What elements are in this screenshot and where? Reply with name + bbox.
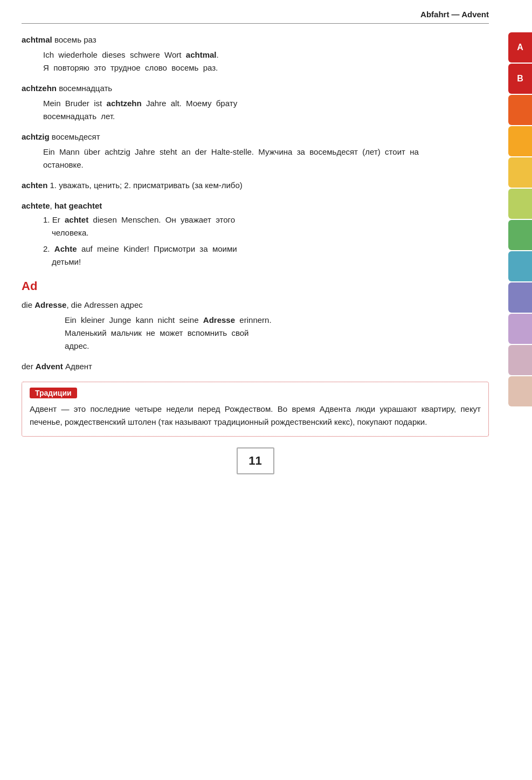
adresse-word: Adresse — [34, 299, 66, 312]
entry-advent: der Advent Адвент — [22, 360, 489, 373]
entry-achten: achten 1. уважать, ценить; 2. присматрив… — [22, 179, 489, 192]
achtete-example2: 2. Achte auf meine Kinder! Присмотри за … — [43, 243, 489, 268]
page-number: 11 — [237, 447, 274, 474]
achtzehn-example-ru: восемнадцать лет. — [43, 110, 489, 123]
traditions-label: Традиции — [30, 388, 77, 398]
adresse-row: die Adresse, die Adressen адрес — [22, 299, 489, 312]
ad-section-header: Ad — [22, 279, 489, 293]
achten-word: achten — [22, 179, 47, 192]
tab-strip: A B — [506, 0, 532, 780]
traditions-box: Традиции Адвент — это последние четыре н… — [22, 382, 489, 437]
page-header: Abfahrt — Advent — [22, 10, 489, 24]
achtet-bold: achtet — [65, 215, 88, 224]
achtmal-example-ru: Я повторяю это трудное слово восемь раз. — [43, 61, 489, 74]
main-content: Abfahrt — Advent achtmal восемь раз Ich … — [0, 0, 505, 491]
tab-h[interactable] — [508, 251, 532, 281]
achtzig-row: achtzig восемьдесят — [22, 130, 489, 143]
achtzig-example-de: Ein Mann über achtzig Jahre steht an der… — [43, 146, 489, 158]
achtmal-word: achtmal — [22, 33, 52, 46]
tab-d[interactable] — [508, 126, 532, 156]
entry-achtmal: achtmal восемь раз Ich wiederhole dieses… — [22, 33, 489, 74]
tab-a[interactable]: A — [508, 32, 532, 63]
advent-row: der Advent Адвент — [22, 360, 489, 373]
achtmal-example: Ich wiederhole dieses schwere Wort achtm… — [43, 49, 489, 74]
achtmal-row: achtmal восемь раз — [22, 33, 489, 46]
advent-word: Advent — [36, 360, 63, 373]
tab-b[interactable]: B — [508, 64, 532, 94]
achtzig-word: achtzig — [22, 130, 50, 143]
tab-g[interactable] — [508, 220, 532, 250]
achtete-word1: achtete — [22, 199, 50, 212]
achtmal-bold-inline: achtmal — [186, 50, 217, 59]
achtete-row: achtete, hat geachtet — [22, 199, 489, 212]
traditions-text: Адвент — это последние четыре недели пер… — [30, 403, 481, 429]
achtzehn-row: achtzehn восемнадцать — [22, 82, 489, 95]
achtzehn-example: Mein Bruder ist achtzehn Jahre alt. Моем… — [43, 97, 489, 123]
adresse-example: Ein kleiner Junge kann nicht seine Adres… — [65, 314, 489, 353]
achtzehn-example-de: Mein Bruder ist achtzehn Jahre alt. Моем… — [43, 97, 489, 110]
achtete-ex1-de: 1. Er achtet diesen Menschen. Он уважает… — [43, 213, 489, 226]
adresse-translation: адрес — [120, 299, 142, 312]
tab-j[interactable] — [508, 314, 532, 344]
tab-e[interactable] — [508, 157, 532, 188]
entry-adresse: die Adresse, die Adressen адрес Ein klei… — [22, 299, 489, 353]
tab-l[interactable] — [508, 376, 532, 406]
adresse-example-ru2: адрес. — [65, 340, 489, 353]
entry-achtete: achtete, hat geachtet 1. Er achtet diese… — [22, 199, 489, 268]
entry-achtzig: achtzig восемьдесят Ein Mann über achtzi… — [22, 130, 489, 171]
achtzig-example: Ein Mann über achtzig Jahre steht an der… — [43, 146, 489, 171]
achtete-ex1-ru: человека. — [52, 226, 489, 239]
adresse-article2: die — [71, 299, 84, 312]
achten-translation: 1. уважать, ценить; 2. присматривать (за… — [50, 179, 243, 192]
advent-translation: Адвент — [65, 360, 92, 373]
achtmal-translation: восемь раз — [54, 33, 96, 46]
adresse-article1: die — [22, 299, 34, 312]
achtete-ex2-de: 2. Achte auf meine Kinder! Присмотри за … — [43, 243, 489, 256]
tab-c[interactable] — [508, 95, 532, 125]
achte-bold: Achte — [54, 244, 77, 253]
achtzig-example-ru: остановке. — [43, 158, 489, 171]
page-container: A B Abfahrt — Advent achtmal восемь раз … — [0, 0, 532, 780]
achtete-ex2-ru: детьми! — [52, 256, 489, 268]
achtzig-translation: восемьдесят — [52, 130, 100, 143]
tab-i[interactable] — [508, 282, 532, 313]
adresse-example-de: Ein kleiner Junge kann nicht seine Adres… — [65, 314, 489, 327]
achtzehn-word: achtzehn — [22, 82, 57, 95]
achtete-word2: hat geachtet — [54, 199, 102, 212]
achtzehn-bold-inline: achtzehn — [107, 99, 142, 108]
tab-k[interactable] — [508, 345, 532, 375]
adresse-example-ru: Маленький мальчик не может вспомнить сво… — [65, 327, 489, 340]
adresse-plural: Adressen — [84, 299, 121, 312]
achtzehn-translation: восемнадцать — [59, 82, 112, 95]
adresse-bold-inline: Adresse — [203, 315, 235, 325]
achtete-example1: 1. Er achtet diesen Menschen. Он уважает… — [43, 213, 489, 239]
advent-article: der — [22, 360, 36, 373]
achten-row: achten 1. уважать, ценить; 2. присматрив… — [22, 179, 489, 192]
tab-f[interactable] — [508, 189, 532, 219]
header-title: Abfahrt — Advent — [420, 10, 489, 19]
entry-achtzehn: achtzehn восемнадцать Mein Bruder ist ac… — [22, 82, 489, 123]
achtmal-example-de: Ich wiederhole dieses schwere Wort achtm… — [43, 49, 489, 61]
